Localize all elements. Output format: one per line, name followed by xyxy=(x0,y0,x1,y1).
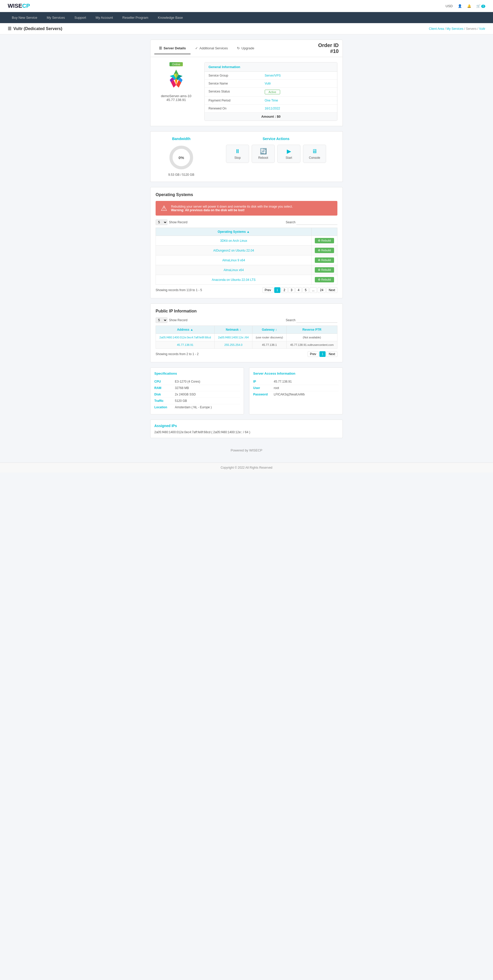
os-rebuild-cell: ♻ Rebuild xyxy=(312,275,338,285)
rebuild-button[interactable]: ♻ Rebuild xyxy=(315,238,334,243)
access-row: User root xyxy=(253,385,339,391)
ip-search-input[interactable] xyxy=(296,318,338,323)
access-row: IP 45.77.138.91 xyxy=(253,379,339,385)
cart-icon[interactable]: 🛒 0 xyxy=(476,4,485,8)
show-record-os: 5 10 25 Show Record xyxy=(155,220,187,225)
spec-row: Disk 2x 240GB SSD xyxy=(154,391,240,398)
ip-address: 45.77.138.91 xyxy=(156,341,215,349)
server-logo xyxy=(165,68,188,91)
nav-support[interactable]: Support xyxy=(70,12,90,23)
general-info-title: General Information xyxy=(204,62,337,72)
os-table-row: 3DKit on Arch Linux ♻ Rebuild xyxy=(156,236,338,246)
order-id: Order ID #10 xyxy=(318,40,339,57)
rebuild-button[interactable]: ♻ Rebuild xyxy=(315,248,334,253)
public-ip-section: Public IP Information 5 10 Show Record S… xyxy=(150,304,343,362)
spec-label: Disk xyxy=(154,393,175,396)
breadcrumb-vultr[interactable]: Vultr xyxy=(479,27,485,30)
os-section-title: Operating Systems xyxy=(155,192,338,197)
ip-col-address: Address ▲ xyxy=(156,326,215,334)
ip-showing: Showing records from 2 to 1 - 2 xyxy=(155,352,198,356)
spec-rows: CPU E3-1270 (4 Cores) RAM 32768 MB Disk … xyxy=(154,379,240,410)
nav-my-account[interactable]: My Account xyxy=(91,12,117,23)
access-value: root xyxy=(274,386,339,390)
start-button[interactable]: ▶ Start xyxy=(277,145,300,163)
spec-value: 2x 240GB SSD xyxy=(175,393,240,396)
ip-netmask: 255.255.254.0 xyxy=(215,341,252,349)
specifications-box: Specifications CPU E3-1270 (4 Cores) RAM… xyxy=(150,368,244,414)
spec-row: Location Amsterdam ( NL - Europe ) xyxy=(154,404,240,410)
server-access-title: Server Access Information xyxy=(253,372,339,375)
os-page-5[interactable]: 5 xyxy=(303,287,309,293)
nav-bar: Buy New Service My Services Support My A… xyxy=(0,12,493,23)
ip-gateway: 45.77.138.1 xyxy=(252,341,287,349)
menu-icon: ☰ xyxy=(8,26,11,31)
console-label: Console xyxy=(308,156,321,159)
tab-upgrade[interactable]: ↻ Upgrade xyxy=(232,43,259,54)
reboot-button[interactable]: 🔄 Reboot xyxy=(252,145,275,163)
ip-col-reverse-ptr: Reverse PTR xyxy=(287,326,338,334)
notification-icon[interactable]: 🔔 xyxy=(467,4,471,8)
os-page-1[interactable]: 1 xyxy=(274,287,281,293)
public-ip-title: Public IP Information xyxy=(155,309,338,313)
reboot-label: Reboot xyxy=(257,156,269,159)
server-details-icon: ☰ xyxy=(159,46,162,50)
rebuild-button[interactable]: ♻ Rebuild xyxy=(315,258,334,263)
info-row-renewed: Renewed On 16/11/2022 xyxy=(204,105,337,113)
service-actions-area: Service Actions ⏸ Stop 🔄 Reboot ▶ Start … xyxy=(215,137,338,177)
main-content: ☰ Server Details ✓ Additional Services ↻… xyxy=(146,40,347,457)
console-button[interactable]: 🖥 Console xyxy=(303,145,326,163)
powered-by: Powered by WISECP xyxy=(150,443,343,457)
os-search-input[interactable] xyxy=(296,220,338,225)
breadcrumb-my-services[interactable]: My Services xyxy=(447,27,463,30)
ip-table-row: 2a05:f480:1400:012e:0ec4:7aff:fe8f:68cd … xyxy=(156,334,338,341)
currency-selector[interactable]: USD xyxy=(445,4,452,8)
tabs-bar: ☰ Server Details ✓ Additional Services ↻… xyxy=(150,40,343,57)
warning-icon: ⚠ xyxy=(161,204,167,213)
os-prev-btn[interactable]: Prev xyxy=(262,287,273,293)
access-label: User xyxy=(253,386,274,390)
rebuild-button[interactable]: ♻ Rebuild xyxy=(315,267,334,273)
user-icon[interactable]: 👤 xyxy=(458,4,462,8)
os-search-box: Search xyxy=(286,220,338,225)
specs-access-section: Specifications CPU E3-1270 (4 Cores) RAM… xyxy=(150,368,343,414)
upgrade-icon: ↻ xyxy=(237,46,240,50)
show-record-select-os[interactable]: 5 10 25 xyxy=(155,220,167,225)
ip-current-page[interactable]: 1 xyxy=(319,351,326,357)
show-record-ip: 5 10 Show Record xyxy=(155,317,187,323)
os-next-btn[interactable]: Next xyxy=(327,287,338,293)
ip-next-btn[interactable]: Next xyxy=(327,351,338,357)
os-table-row: Anaconda on Ubuntu 22.04 LTS ♻ Rebuild xyxy=(156,275,338,285)
nav-reseller-program[interactable]: Reseller Program xyxy=(118,12,152,23)
action-buttons: ⏸ Stop 🔄 Reboot ▶ Start 🖥 Console xyxy=(215,145,338,163)
ip-col-netmask: Netmask ↕ xyxy=(215,326,252,334)
logo: WISECP xyxy=(8,3,30,9)
nav-buy-new-service[interactable]: Buy New Service xyxy=(8,12,41,23)
assigned-ips-title: Assigned IPs xyxy=(154,424,339,428)
os-page-4[interactable]: 4 xyxy=(296,287,302,293)
spec-row: Traffic 5120 GB xyxy=(154,398,240,404)
nav-knowledge-base[interactable]: Knowledge Base xyxy=(154,12,187,23)
header-icons: USD 👤 🔔 🛒 0 xyxy=(445,4,485,8)
tab-server-details[interactable]: ☰ Server Details xyxy=(154,43,190,54)
warning-box: ⚠ Rebuilding your server will power it d… xyxy=(155,201,338,216)
breadcrumb-client-area[interactable]: Client Area xyxy=(429,27,444,30)
os-page-btns: Prev 1 2 3 4 5 ... 24 Next xyxy=(262,287,338,293)
refresh-icon: 🔄 xyxy=(257,148,269,155)
show-record-select-ip[interactable]: 5 10 xyxy=(155,317,167,323)
info-row-service-group: Service Group Server/VPS xyxy=(204,72,337,80)
nav-my-services[interactable]: My Services xyxy=(43,12,69,23)
spec-value: E3-1270 (4 Cores) xyxy=(175,380,240,383)
rebuild-button[interactable]: ♻ Rebuild xyxy=(315,277,334,282)
page-title: ☰ Vultr (Dedicated Servers) xyxy=(8,26,62,31)
stop-button[interactable]: ⏸ Stop xyxy=(226,145,249,163)
amount-row: Amount : $0 xyxy=(204,113,337,121)
spec-label: RAM xyxy=(154,386,175,390)
os-page-3[interactable]: 3 xyxy=(289,287,295,293)
tab-additional-services[interactable]: ✓ Additional Services xyxy=(190,43,233,54)
ip-netmask: 2a05:f480:1400:12e::/64 xyxy=(215,334,252,341)
os-page-24[interactable]: 24 xyxy=(318,287,326,293)
ip-prev-btn[interactable]: Prev xyxy=(308,351,319,357)
breadcrumb-bar: ☰ Vultr (Dedicated Servers) Client Area … xyxy=(0,23,493,35)
os-page-2[interactable]: 2 xyxy=(281,287,288,293)
ip-gateway: (use router discovery) xyxy=(252,334,287,341)
